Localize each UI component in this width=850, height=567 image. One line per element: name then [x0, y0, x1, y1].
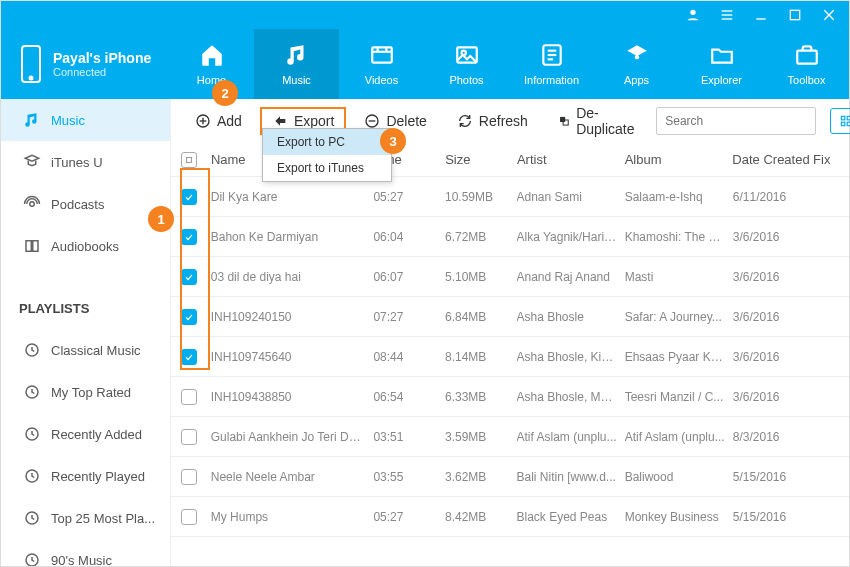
cell-size: 10.59MB — [445, 190, 517, 204]
add-button[interactable]: Add — [183, 107, 254, 135]
tab-apps[interactable]: Apps — [594, 29, 679, 99]
svg-rect-44 — [186, 157, 191, 162]
table-row[interactable]: Dil Kya Kare05:2710.59MBAdnan SamiSalaam… — [171, 177, 849, 217]
export-label: Export — [294, 113, 334, 129]
cell-date: 3/6/2016 — [733, 390, 813, 404]
table-row[interactable]: 03 dil de diya hai06:075.10MBAnand Raj A… — [171, 257, 849, 297]
tab-music[interactable]: Music — [254, 29, 339, 99]
playlist-item[interactable]: Recently Added — [1, 413, 170, 455]
playlist-label: 90's Music — [51, 553, 120, 567]
tab-label: Apps — [624, 74, 649, 86]
topbar: Payal's iPhone Connected Home Music Vide… — [1, 29, 849, 99]
tab-label: Photos — [449, 74, 483, 86]
close-icon[interactable] — [821, 7, 837, 23]
sidebar-label: Audiobooks — [51, 239, 119, 254]
select-all-checkbox[interactable] — [181, 152, 197, 168]
table-row[interactable]: INH10974564008:448.14MBAsha Bhosle, Kis.… — [171, 337, 849, 377]
row-checkbox[interactable] — [181, 229, 197, 245]
user-icon[interactable] — [685, 7, 701, 23]
tab-photos[interactable]: Photos — [424, 29, 509, 99]
tab-toolbox[interactable]: Toolbox — [764, 29, 849, 99]
table-row[interactable]: INH10943885006:546.33MBAsha Bhosle, Mo..… — [171, 377, 849, 417]
sidebar-item-audiobooks[interactable]: Audiobooks — [1, 225, 170, 267]
row-checkbox[interactable] — [181, 189, 197, 205]
playlist-item[interactable]: Recently Played — [1, 455, 170, 497]
col-size[interactable]: Size — [445, 152, 517, 167]
sidebar-label: Music — [51, 113, 85, 128]
cell-artist: Adnan Sami — [517, 190, 625, 204]
tab-label: Videos — [365, 74, 398, 86]
annotation-circle-1: 1 — [148, 206, 174, 232]
sidebar: Music iTunes U Podcasts Audiobooks PLAYL… — [1, 99, 171, 566]
row-checkbox[interactable] — [181, 469, 197, 485]
row-checkbox[interactable] — [181, 269, 197, 285]
tab-label: Toolbox — [788, 74, 826, 86]
annotation-circle-3: 3 — [380, 128, 406, 154]
col-date[interactable]: Date Created — [732, 152, 813, 167]
cell-time: 07:27 — [373, 310, 445, 324]
sidebar-item-itunesu[interactable]: iTunes U — [1, 141, 170, 183]
maximize-icon[interactable] — [787, 7, 803, 23]
col-album[interactable]: Album — [625, 152, 733, 167]
svg-rect-21 — [797, 51, 817, 64]
tab-label: Music — [282, 74, 311, 86]
cell-date: 3/6/2016 — [733, 350, 813, 364]
playlist-label: Recently Played — [51, 469, 153, 484]
svg-point-0 — [690, 10, 695, 15]
table-row[interactable]: Gulabi Aankhein Jo Teri Dekhi03:513.59MB… — [171, 417, 849, 457]
main-tabs: Home Music Videos Photos Information App… — [169, 29, 849, 99]
table-row[interactable]: My Humps05:278.42MBBlack Eyed PeasMonkey… — [171, 497, 849, 537]
tab-information[interactable]: Information — [509, 29, 594, 99]
cell-date: 3/6/2016 — [733, 270, 813, 284]
cell-time: 03:55 — [373, 470, 445, 484]
dedup-button[interactable]: De-Duplicate — [546, 99, 650, 143]
row-checkbox[interactable] — [181, 389, 197, 405]
row-checkbox[interactable] — [181, 509, 197, 525]
cell-artist: Bali Nitin [www.d... — [517, 470, 625, 484]
cell-album: Masti — [625, 270, 733, 284]
tab-explorer[interactable]: Explorer — [679, 29, 764, 99]
search-input[interactable] — [656, 107, 816, 135]
table-row[interactable]: Bahon Ke Darmiyan06:046.72MBAlka Yagnik/… — [171, 217, 849, 257]
refresh-button[interactable]: Refresh — [445, 107, 540, 135]
row-checkbox[interactable] — [181, 429, 197, 445]
tab-videos[interactable]: Videos — [339, 29, 424, 99]
grid-view-button[interactable] — [830, 108, 850, 134]
table-row[interactable]: Neele Neele Ambar03:553.62MBBali Nitin [… — [171, 457, 849, 497]
delete-label: Delete — [386, 113, 426, 129]
cell-size: 3.59MB — [445, 430, 517, 444]
col-artist[interactable]: Artist — [517, 152, 625, 167]
cell-artist: Anand Raj Anand — [517, 270, 625, 284]
col-fix[interactable]: Fix — [813, 152, 849, 167]
sidebar-item-music[interactable]: Music — [1, 99, 170, 141]
cell-album: Teesri Manzil / C... — [625, 390, 733, 404]
playlist-item[interactable]: Classical Music — [1, 329, 170, 371]
row-checkbox[interactable] — [181, 349, 197, 365]
playlist-item[interactable]: Top 25 Most Pla... — [1, 497, 170, 539]
row-checkbox[interactable] — [181, 309, 197, 325]
music-table: Name Time Size Artist Album Date Created… — [171, 143, 849, 566]
playlist-item[interactable]: 90's Music — [1, 539, 170, 566]
export-to-pc[interactable]: Export to PC — [263, 129, 391, 155]
add-label: Add — [217, 113, 242, 129]
export-to-itunes[interactable]: Export to iTunes — [263, 155, 391, 181]
cell-album: Salaam-e-Ishq — [625, 190, 733, 204]
cell-size: 3.62MB — [445, 470, 517, 484]
tab-label: Information — [524, 74, 579, 86]
cell-time: 05:27 — [373, 190, 445, 204]
titlebar — [1, 1, 849, 29]
sidebar-item-podcasts[interactable]: Podcasts — [1, 183, 170, 225]
cell-name: INH109745640 — [207, 350, 374, 364]
minimize-icon[interactable] — [753, 7, 769, 23]
cell-name: Gulabi Aankhein Jo Teri Dekhi — [207, 430, 374, 444]
playlist-item[interactable]: My Top Rated — [1, 371, 170, 413]
playlist-label: Recently Added — [51, 427, 150, 442]
cell-album: Monkey Business — [625, 510, 733, 524]
annotation-circle-2: 2 — [212, 80, 238, 106]
device-name: Payal's iPhone — [53, 50, 151, 66]
cell-name: INH109240150 — [207, 310, 374, 324]
table-row[interactable]: INH10924015007:276.84MBAsha BhosleSafar:… — [171, 297, 849, 337]
cell-date: 3/6/2016 — [733, 230, 813, 244]
playlists-header: PLAYLISTS — [1, 287, 170, 329]
menu-icon[interactable] — [719, 7, 735, 23]
